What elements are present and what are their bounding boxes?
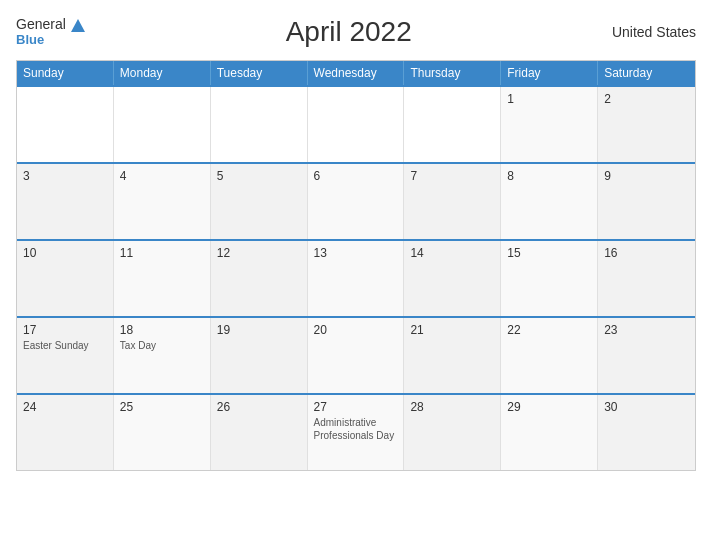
day-number: 20 [314,323,398,337]
calendar-cell: 8 [501,164,598,239]
day-number: 27 [314,400,398,414]
calendar-cell: 21 [404,318,501,393]
day-number: 26 [217,400,301,414]
calendar-week-row: 17Easter Sunday18Tax Day1920212223 [17,316,695,393]
day-number: 1 [507,92,591,106]
day-number: 18 [120,323,204,337]
calendar-cell: 15 [501,241,598,316]
calendar-cell: 29 [501,395,598,470]
day-number: 10 [23,246,107,260]
day-event: Administrative Professionals Day [314,416,398,442]
weekday-header-cell: Sunday [17,61,114,85]
calendar-cell: 5 [211,164,308,239]
day-number: 15 [507,246,591,260]
day-event: Tax Day [120,339,204,352]
day-number: 12 [217,246,301,260]
calendar-cell [114,87,211,162]
day-number: 5 [217,169,301,183]
day-number: 4 [120,169,204,183]
calendar-cell [17,87,114,162]
calendar-cell: 20 [308,318,405,393]
day-number: 17 [23,323,107,337]
logo-general-text: General [16,16,66,32]
day-number: 7 [410,169,494,183]
calendar-cell: 11 [114,241,211,316]
calendar-cell: 17Easter Sunday [17,318,114,393]
calendar-week-row: 3456789 [17,162,695,239]
calendar-cell: 16 [598,241,695,316]
calendar-cell: 30 [598,395,695,470]
country-label: United States [612,24,696,40]
calendar-week-row: 10111213141516 [17,239,695,316]
logo-blue-text: Blue [16,32,44,47]
day-number: 13 [314,246,398,260]
calendar-cell: 22 [501,318,598,393]
day-number: 8 [507,169,591,183]
day-event: Easter Sunday [23,339,107,352]
calendar-cell: 25 [114,395,211,470]
calendar-grid: SundayMondayTuesdayWednesdayThursdayFrid… [16,60,696,471]
calendar-cell: 27Administrative Professionals Day [308,395,405,470]
calendar-cell: 3 [17,164,114,239]
day-number: 30 [604,400,689,414]
day-number: 29 [507,400,591,414]
calendar-title: April 2022 [85,16,612,48]
calendar-cell: 10 [17,241,114,316]
weekday-header-cell: Friday [501,61,598,85]
day-number: 23 [604,323,689,337]
weekday-header-cell: Wednesday [308,61,405,85]
calendar-cell: 23 [598,318,695,393]
calendar-cell [308,87,405,162]
day-number: 3 [23,169,107,183]
day-number: 14 [410,246,494,260]
calendar-header: General Blue April 2022 United States [16,16,696,48]
calendar-cell [404,87,501,162]
day-number: 9 [604,169,689,183]
calendar-cell: 12 [211,241,308,316]
calendar-cell: 26 [211,395,308,470]
day-number: 19 [217,323,301,337]
day-number: 21 [410,323,494,337]
day-number: 11 [120,246,204,260]
day-number: 6 [314,169,398,183]
calendar-cell: 6 [308,164,405,239]
day-number: 28 [410,400,494,414]
logo: General Blue [16,17,85,47]
calendar-cell: 7 [404,164,501,239]
day-number: 25 [120,400,204,414]
weekday-header-cell: Tuesday [211,61,308,85]
weekday-header-cell: Saturday [598,61,695,85]
calendar-cell: 28 [404,395,501,470]
day-number: 2 [604,92,689,106]
calendar-cell: 4 [114,164,211,239]
calendar-week-row: 24252627Administrative Professionals Day… [17,393,695,470]
day-number: 16 [604,246,689,260]
calendar-cell: 9 [598,164,695,239]
calendar-cell: 14 [404,241,501,316]
calendar-cell: 19 [211,318,308,393]
weekday-header-row: SundayMondayTuesdayWednesdayThursdayFrid… [17,61,695,85]
calendar-cell: 1 [501,87,598,162]
weekday-header-cell: Monday [114,61,211,85]
day-number: 22 [507,323,591,337]
calendar-cell: 18Tax Day [114,318,211,393]
calendar-cell: 2 [598,87,695,162]
calendar-cell: 24 [17,395,114,470]
calendar-cell [211,87,308,162]
calendar-cell: 13 [308,241,405,316]
weekday-header-cell: Thursday [404,61,501,85]
logo-triangle-icon [71,19,85,32]
day-number: 24 [23,400,107,414]
calendar-week-row: 12 [17,85,695,162]
